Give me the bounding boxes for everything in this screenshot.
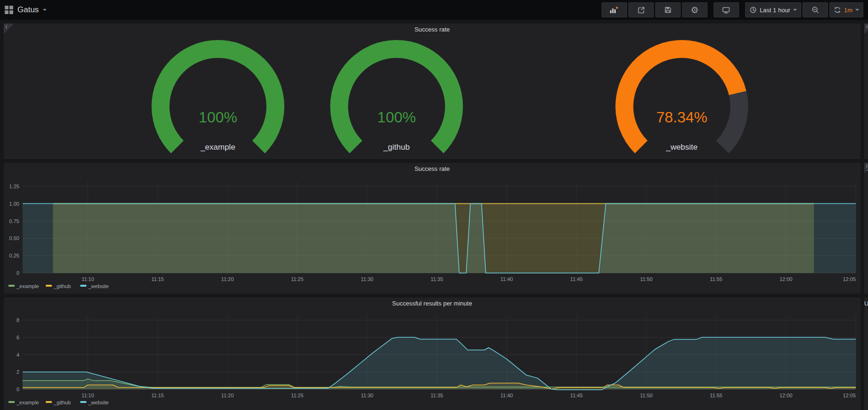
- gauge-remainder-arc: [723, 93, 739, 147]
- plot-area[interactable]: 11:1011:1511:2011:2511:3011:3511:4011:45…: [4, 175, 860, 294]
- x-tick-label: 11:50: [640, 276, 653, 282]
- legend-label[interactable]: _github: [53, 283, 71, 289]
- y-tick-label: 0.50: [9, 235, 19, 241]
- chevron-down-icon: [793, 9, 797, 11]
- gauge-svg: 78.34%_website: [575, 36, 789, 159]
- legend-item[interactable]: _website: [80, 400, 109, 405]
- time-range-picker[interactable]: Last 1 hour: [745, 2, 801, 17]
- panel-title[interactable]: Unsuccessful results per minute: [864, 297, 868, 310]
- panel-info-icon[interactable]: i: [864, 163, 868, 173]
- x-tick-label: 11:10: [81, 276, 94, 282]
- gauge-_example: 100%_example: [4, 36, 289, 159]
- gauge-value-arc: [161, 49, 275, 147]
- x-tick-label: 11:55: [710, 393, 723, 398]
- legend-swatch: [8, 285, 15, 287]
- legend-label[interactable]: _github: [53, 400, 71, 405]
- plot-area[interactable]: 11:1011:1511:2011:2511:3011:3511:4011:45…: [864, 36, 868, 159]
- zoom-out-time-button[interactable]: [803, 2, 828, 17]
- panel-successful-results: Successful results per minute 11:1011:15…: [4, 297, 860, 410]
- refresh-icon: [834, 6, 841, 14]
- legend-label[interactable]: _website: [88, 283, 109, 289]
- gauge-svg: 100%_github: [289, 36, 504, 159]
- x-tick-label: 11:20: [221, 276, 234, 282]
- panel-title[interactable]: Success rate: [4, 163, 860, 175]
- panel-title[interactable]: Successful results per minute: [4, 297, 860, 310]
- gauge-value: 78.34%: [657, 109, 708, 126]
- x-tick-label: 11:35: [431, 393, 443, 398]
- tv-icon: [722, 6, 730, 14]
- legend-item[interactable]: _github: [46, 283, 71, 289]
- series-area: [23, 204, 856, 273]
- gear-icon: ⚙: [691, 6, 699, 15]
- gauge-_github: 100%_github: [289, 36, 575, 159]
- plot-area[interactable]: 11:1011:1511:2011:2511:3011:3511:4011:45…: [864, 175, 868, 294]
- panel-success-rate-timeseries: Success rate 11:1011:1511:2011:2511:3011…: [4, 163, 860, 294]
- x-tick-label: 11:20: [221, 393, 234, 398]
- cycle-view-mode-button[interactable]: [714, 2, 739, 17]
- y-tick-label: 0.75: [9, 218, 19, 224]
- plot-area[interactable]: 11:1011:1511:2011:2511:3011:3511:4011:45…: [4, 310, 860, 410]
- y-tick-label: 4: [16, 352, 19, 358]
- refresh-interval-label[interactable]: 1m: [844, 7, 852, 14]
- refresh-button[interactable]: 1m: [829, 2, 863, 17]
- x-tick-label: 11:15: [151, 276, 164, 282]
- y-tick-label: 0: [16, 270, 19, 276]
- dashboard-settings-button[interactable]: ⚙: [682, 2, 707, 17]
- successful-results-chart[interactable]: 11:1011:1511:2011:2511:3011:3511:4011:45…: [4, 310, 860, 410]
- x-tick-label: 11:25: [291, 276, 304, 282]
- add-panel-button[interactable]: [602, 2, 627, 17]
- y-tick-label: 6: [16, 335, 19, 340]
- x-tick-label: 11:40: [500, 276, 513, 282]
- gauge-label: _github: [383, 143, 410, 152]
- dashboard-picker[interactable]: Gatus: [5, 5, 47, 15]
- y-tick-label: 1.25: [9, 184, 19, 189]
- total-results-chart[interactable]: 11:1011:1511:2011:2511:3011:3511:4011:45…: [864, 175, 868, 294]
- legend-label[interactable]: _example: [16, 400, 39, 405]
- panel-info-icon[interactable]: i: [4, 24, 14, 34]
- x-tick-label: 11:40: [500, 393, 513, 398]
- legend-label[interactable]: _example: [16, 283, 39, 289]
- share-dashboard-button[interactable]: [628, 2, 654, 17]
- legend-item[interactable]: _example: [8, 283, 39, 289]
- panel-title[interactable]: Success rate: [4, 24, 860, 36]
- panel-info-icon[interactable]: i: [864, 24, 868, 34]
- toolbar: ⚙ Last 1 hour: [600, 2, 863, 17]
- panel-unsuccessful-results: Unsuccessful results per minute 11:1011:…: [864, 297, 868, 410]
- legend-label[interactable]: _website: [88, 400, 109, 405]
- navbar: Gatus ⚙: [0, 0, 868, 20]
- x-tick-label: 11:55: [710, 276, 723, 282]
- y-tick-label: 0.25: [9, 253, 19, 258]
- legend-item[interactable]: _example: [8, 400, 39, 405]
- add-panel-icon: [610, 6, 619, 14]
- x-tick-label: 12:05: [843, 276, 856, 282]
- y-tick-label: 1.00: [9, 201, 19, 207]
- dashboard-grid: i Success rate 100%_example100%_github78…: [0, 20, 868, 410]
- gauge-value: 100%: [199, 109, 237, 126]
- x-tick-label: 11:50: [640, 393, 653, 398]
- x-tick-label: 11:30: [361, 276, 373, 282]
- x-tick-label: 11:10: [81, 393, 94, 398]
- gauge-label: _example: [200, 143, 235, 152]
- gauge-group: 100%_example100%_github78.34%_website: [4, 36, 860, 159]
- dashboards-grid-icon[interactable]: [5, 6, 13, 14]
- dashboard-title[interactable]: Gatus: [17, 5, 39, 15]
- x-tick-label: 12:00: [780, 276, 793, 282]
- legend-swatch: [80, 285, 87, 287]
- x-tick-label: 12:00: [780, 393, 793, 398]
- gauge-value: 100%: [377, 109, 416, 126]
- y-tick-label: 2: [16, 369, 19, 375]
- legend-item[interactable]: _website: [80, 283, 109, 289]
- response-time-chart[interactable]: 11:1011:1511:2011:2511:3011:3511:4011:45…: [864, 36, 868, 159]
- gauge-value-arc: [625, 49, 738, 147]
- save-dashboard-button[interactable]: [655, 2, 681, 17]
- unsuccessful-results-chart[interactable]: 11:1011:1511:2011:2511:3011:3511:4011:45…: [864, 310, 868, 410]
- y-tick-label: 0: [16, 386, 19, 392]
- gauge-_website: 78.34%_website: [575, 36, 860, 159]
- x-tick-label: 11:15: [151, 393, 164, 398]
- legend-item[interactable]: _github: [46, 400, 71, 405]
- plot-area[interactable]: 11:1011:1511:2011:2511:3011:3511:4011:45…: [864, 310, 868, 410]
- legend-swatch: [8, 401, 15, 403]
- legend-swatch: [80, 401, 87, 403]
- success-rate-chart[interactable]: 11:1011:1511:2011:2511:3011:3511:4011:45…: [4, 175, 860, 294]
- gauge-label: _website: [666, 143, 698, 152]
